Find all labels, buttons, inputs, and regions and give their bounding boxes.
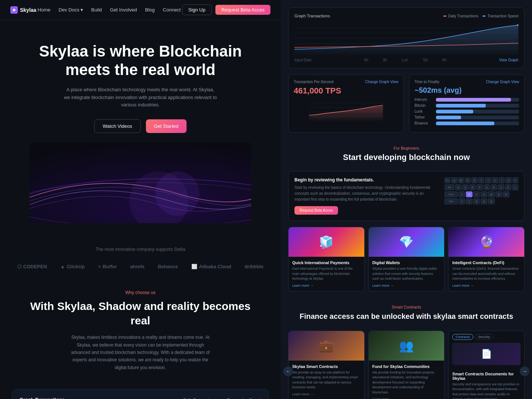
right-graph-area [294,22,518,55]
key-row-3: Caps Z X C V B N M [444,191,518,197]
contract-body-fund: Fund for Skylaa Communities We provide f… [369,361,444,399]
right-graph-card: Graph Transactions Daily Transactions Tr… [288,7,525,68]
sc-title: Finance access can be unlocked with skyl… [288,311,525,321]
carousel-prev-button[interactable]: ← [283,366,293,376]
legend-daily: Daily Transactions [178,398,216,399]
key-p: P [512,177,518,183]
feature-desc-payments: Fast International Payments is one of th… [292,266,361,282]
key-d: D [469,184,475,190]
nav-connect[interactable]: Connect [163,7,181,13]
why-section: Why choose us With Skylaa, Shadow and re… [0,275,281,379]
key-w: W [458,177,464,183]
logo-row: ⬡ CODEPEN ▲ ClickUp ≡ Buffer ahrefs Beha… [0,258,281,275]
tps-change[interactable]: Change Graph View [365,80,398,84]
right-legend-daily: Daily Transactions [443,14,478,18]
watch-videos-button[interactable]: Watch Videos [94,119,141,133]
contract-desc-fund: We provide funding for innovative projec… [372,370,441,395]
right-graph-view[interactable]: View Graph [499,58,518,62]
contract-body-docs: Smart Contracts Documents for Skylaa Sec… [449,368,524,399]
chain-lunk: Lunk [415,109,519,113]
contract-learn-fund[interactable]: Learn more → [372,397,441,399]
feature-desc-wallets: Skylaa provides a user-friendly digital … [372,266,441,282]
carousel-next-button[interactable]: → [520,366,529,376]
nav-home[interactable]: Home [38,7,51,13]
beginners-section: For Beginners Start developing blockchai… [288,139,525,171]
feature-cards: 🧊 Quick International Payments Fast Inte… [288,227,525,291]
feature-card-body-wallets: Digital Wallets Skylaa provides a user-f… [369,257,444,291]
beginners-label: For Beginners [288,146,525,150]
get-started-button[interactable]: Get Started [146,119,187,133]
key-y: Y [485,177,491,183]
key-row-2: Tab A S D F G H J K L [444,184,518,190]
key-j: J [498,184,504,190]
feature-img-wallets: 💎 [369,227,444,257]
navbar: ◈ Skylaa Home Dev Docs ▾ Build Get Invol… [0,0,281,20]
nav-devdocs[interactable]: Dev Docs ▾ [59,7,83,13]
keyboard-request-beta-button[interactable]: Request Beta Acces [294,206,338,215]
graph-header: Graph Transactions Daily Transactions Tr… [20,397,261,399]
feature-learn-wallets[interactable]: Learn more → [372,284,441,287]
sc-label: Smart Contracts [288,305,525,309]
keyboard-visual: Esc Q W E R T Y U I O P Tab A S D F G H … [444,177,518,215]
feature-img-defi: 🔮 [449,227,524,257]
metrics-row: Transaction Per-Second Change Graph View… [288,74,525,133]
logo-behance: Behance [158,264,178,269]
feature-title-defi: Intelligent Contracts (DeFi) [452,260,521,265]
time-label: Time to Finality Change Graph View [415,80,519,84]
contract-title-skylaa: Skylaa Smart Contracts [292,364,361,369]
key-m2: M [488,198,495,204]
contract-desc-skylaa: We provide an easy-to-use platform for c… [292,370,361,390]
feature-learn-defi[interactable]: Learn more → [452,284,521,287]
chain-binance: Binance [415,121,519,125]
key-c2: C [466,198,473,204]
contract-learn-skylaa[interactable]: Learn more → [292,392,361,396]
tps-card: Transaction Per-Second Change Graph View… [288,74,404,133]
hero-section: Skylaa is where Blockchain meets the rea… [0,20,281,238]
feature-learn-payments[interactable]: Learn more → [292,284,361,287]
keyboard-content: Begin by reviewing the fundamentals. Sta… [294,177,439,215]
feature-card-body-payments: Quick International Payments Fast Intern… [289,257,364,291]
feature-card-payments: 🧊 Quick International Payments Fast Inte… [288,227,365,291]
key-x: X [466,191,473,197]
why-label: Why choose us [30,290,251,295]
brand-name: Skylaa [20,7,36,13]
time-change[interactable]: Change Graph View [486,80,519,84]
chain-tether: Tether [415,115,519,119]
beginners-title: Start developing blockchain now [288,153,525,162]
key-o: O [505,177,511,183]
clickup-icon: ▲ [60,264,65,269]
key-tab: Tab [444,184,454,190]
buffer-icon: ≡ [98,264,101,269]
feature-card-wallets: 💎 Digital Wallets Skylaa provides a user… [368,227,445,291]
key-row-1: Esc Q W E R T Y U I O P [444,177,518,183]
hero-buttons: Watch Videos Get Started [30,119,251,133]
key-f: F [477,184,483,190]
key-q: Q [451,177,457,183]
contract-cards-wrapper: 💼 Skylaa Smart Contracts We provide an e… [288,331,525,399]
request-beta-button[interactable]: Request Beta Acces [215,5,270,15]
logo-icon: ◈ [10,6,18,14]
key-e: E [465,177,471,183]
nav-build[interactable]: Build [91,7,102,13]
chain-bitcoin: Bitcoin [415,103,519,108]
tps-value: 461,000 TPS [294,86,398,96]
key-a: A [455,184,461,190]
graph-legend: Daily Transactions Transaction Speed [178,398,261,399]
logo-codepen: ⬡ CODEPEN [17,264,47,269]
key-n: N [495,191,502,197]
nav-getinvolved[interactable]: Get Involved [110,7,137,13]
brand-logo[interactable]: ◈ Skylaa [10,6,36,14]
time-value: ~502ms (avg) [415,86,519,95]
signup-button[interactable]: Sign Up [182,4,212,15]
keyboard-title: Begin by reviewing the fundamentals. [294,177,439,183]
logo-alibaba: ⬜ Alibaba Cloud [191,264,231,269]
key-b2: B [473,198,480,204]
chain-interum: Interum [415,98,519,102]
nav-actions: Sign Up Request Beta Acces [182,4,270,15]
key-v: V [481,191,487,197]
time-card: Time to Finality Change Graph View ~502m… [409,74,525,133]
feature-img-payments: 🧊 [289,227,364,257]
why-desc: Skylaa, makes limitless innovations a re… [70,334,211,371]
key-v2: V [458,198,465,204]
nav-blog[interactable]: Blog [145,7,155,13]
